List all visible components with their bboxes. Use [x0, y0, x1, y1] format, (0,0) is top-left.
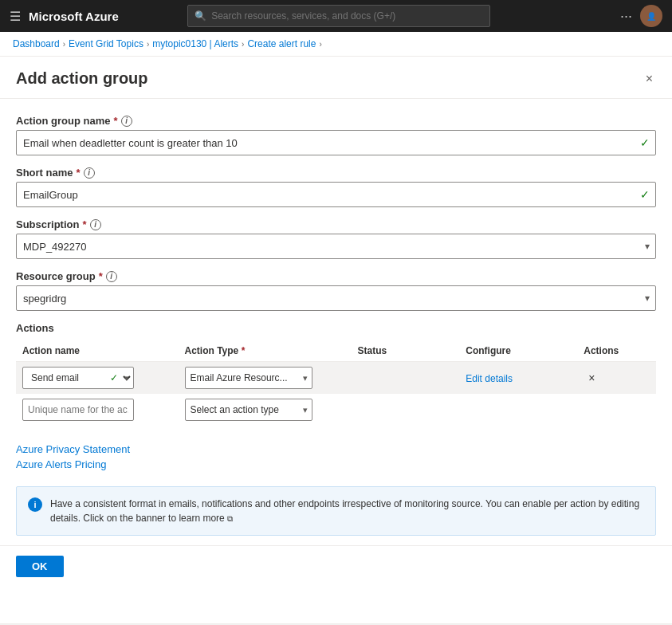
resource-group-select-wrapper: spegridrg ▾ [16, 285, 656, 311]
table-header-row: Action name Action Type * Status Configu… [16, 340, 656, 362]
breadcrumb-sep-1: › [63, 40, 65, 49]
table-cell-status [352, 362, 460, 395]
subscription-label: Subscription * i [16, 218, 656, 230]
col-header-action-name: Action name [16, 340, 179, 362]
action-group-name-info-icon[interactable]: i [121, 116, 132, 127]
action-type-select[interactable]: Email Azure Resourc... [185, 367, 312, 389]
info-banner-icon: i [28, 497, 42, 512]
table-row: Send email ✓ ▾ Email Azure Resourc... [16, 362, 656, 395]
subscription-select[interactable]: MDP_492270 [16, 234, 656, 259]
subscription-select-wrapper: MDP_492270 ▾ [16, 234, 656, 259]
subscription-group: Subscription * i MDP_492270 ▾ [16, 218, 656, 259]
resource-group-select[interactable]: spegridrg [16, 285, 656, 311]
table-cell-configure: Edit details [459, 362, 577, 395]
remove-row-button[interactable]: × [584, 370, 599, 386]
search-input[interactable] [211, 10, 483, 22]
more-options-icon[interactable]: ··· [620, 8, 632, 25]
search-bar[interactable]: 🔍 [187, 5, 490, 27]
breadcrumb-create-alert[interactable]: Create alert rule [247, 38, 316, 49]
short-name-required: * [77, 167, 81, 179]
actions-table: Action name Action Type * Status Configu… [16, 340, 656, 426]
col-header-status: Status [352, 340, 460, 362]
hamburger-icon[interactable]: ☰ [10, 9, 21, 24]
short-name-group: Short name * i ✓ [16, 167, 656, 207]
breadcrumb-sep-4: › [319, 40, 321, 49]
privacy-statement-link[interactable]: Azure Privacy Statement [16, 443, 656, 455]
resource-group-required: * [99, 270, 103, 282]
required-marker: * [113, 115, 117, 127]
external-link-icon: ⧉ [227, 514, 233, 523]
short-name-label: Short name * i [16, 167, 656, 179]
action-type-select-wrapper: Email Azure Resourc... ▾ [185, 367, 312, 389]
avatar[interactable]: 👤 [640, 5, 662, 27]
dialog-footer: OK [0, 545, 672, 587]
short-name-info-icon[interactable]: i [84, 167, 95, 179]
new-action-type-select[interactable]: Select an action type Email Azure Resour… [185, 399, 312, 421]
action-group-name-input-wrapper: ✓ [16, 130, 656, 155]
edit-details-link[interactable]: Edit details [466, 373, 513, 384]
action-name-select-wrap: Send email ✓ ▾ [22, 367, 134, 389]
breadcrumb-sep-3: › [242, 40, 244, 49]
breadcrumb-dashboard[interactable]: Dashboard [13, 38, 60, 49]
subscription-info-icon[interactable]: i [90, 219, 101, 230]
info-banner[interactable]: i Have a consistent format in emails, no… [16, 486, 656, 536]
resource-group-label: Resource group * i [16, 270, 656, 282]
main-panel: Add action group × Action group name * i… [0, 57, 672, 623]
subscription-required: * [82, 218, 86, 230]
action-group-name-check-icon: ✓ [640, 136, 650, 149]
col-header-configure: Configure [459, 340, 577, 362]
short-name-check-icon: ✓ [640, 188, 650, 201]
table-new-actions-cell [577, 394, 656, 426]
short-name-input[interactable] [16, 182, 656, 207]
table-cell-action-name: Send email ✓ ▾ [16, 362, 179, 395]
breadcrumb: Dashboard › Event Grid Topics › mytopic0… [0, 32, 672, 57]
action-group-name-input[interactable] [16, 130, 656, 155]
app-title: Microsoft Azure [29, 10, 119, 23]
table-new-action-type-cell: Select an action type Email Azure Resour… [179, 394, 352, 426]
top-nav: ☰ Microsoft Azure 🔍 ··· 👤 [0, 0, 672, 32]
resource-group-info-icon[interactable]: i [106, 271, 117, 282]
actions-section-label: Actions [16, 322, 656, 334]
action-group-name-label: Action group name * i [16, 115, 656, 127]
action-name-select[interactable]: Send email [22, 367, 134, 389]
table-new-status-cell [352, 394, 460, 426]
table-cell-actions: × [577, 362, 656, 395]
ok-button[interactable]: OK [16, 556, 64, 577]
short-name-input-wrapper: ✓ [16, 182, 656, 207]
actions-section: Actions Action name Action Type * Status… [16, 322, 656, 426]
info-banner-text: Have a consistent format in emails, noti… [50, 497, 644, 525]
resource-group-group: Resource group * i spegridrg ▾ [16, 270, 656, 311]
right-icons: ··· 👤 [620, 5, 662, 27]
dialog-body: Action group name * i ✓ Short name * i ✓ [0, 99, 672, 434]
search-icon: 🔍 [195, 10, 206, 22]
new-action-name-input[interactable] [22, 399, 134, 421]
breadcrumb-sep-2: › [147, 40, 149, 49]
table-new-action-name-cell [16, 394, 179, 426]
alerts-pricing-link[interactable]: Azure Alerts Pricing [16, 458, 656, 470]
col-header-actions: Actions [577, 340, 656, 362]
links-section: Azure Privacy Statement Azure Alerts Pri… [0, 434, 672, 480]
breadcrumb-event-grid[interactable]: Event Grid Topics [69, 38, 143, 49]
new-action-type-wrapper: Select an action type Email Azure Resour… [185, 399, 312, 421]
breadcrumb-mytopic[interactable]: mytopic0130 | Alerts [152, 38, 238, 49]
dialog-header: Add action group × [0, 57, 672, 99]
col-header-action-type: Action Type * [179, 340, 352, 362]
close-button[interactable]: × [643, 69, 656, 88]
dialog-title: Add action group [16, 69, 148, 88]
table-cell-action-type: Email Azure Resourc... ▾ [179, 362, 352, 395]
table-new-row: Select an action type Email Azure Resour… [16, 394, 656, 426]
action-group-name-group: Action group name * i ✓ [16, 115, 656, 155]
table-new-configure-cell [459, 394, 577, 426]
